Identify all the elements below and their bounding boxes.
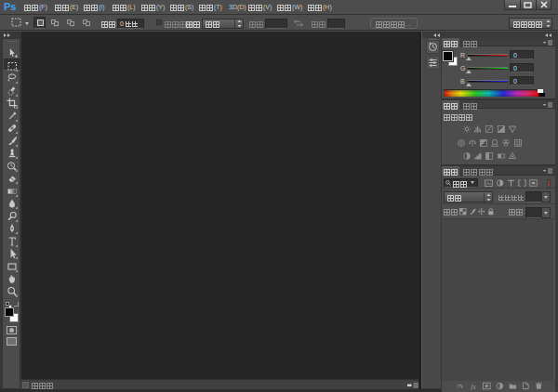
svg-text:fx: fx xyxy=(471,382,476,390)
